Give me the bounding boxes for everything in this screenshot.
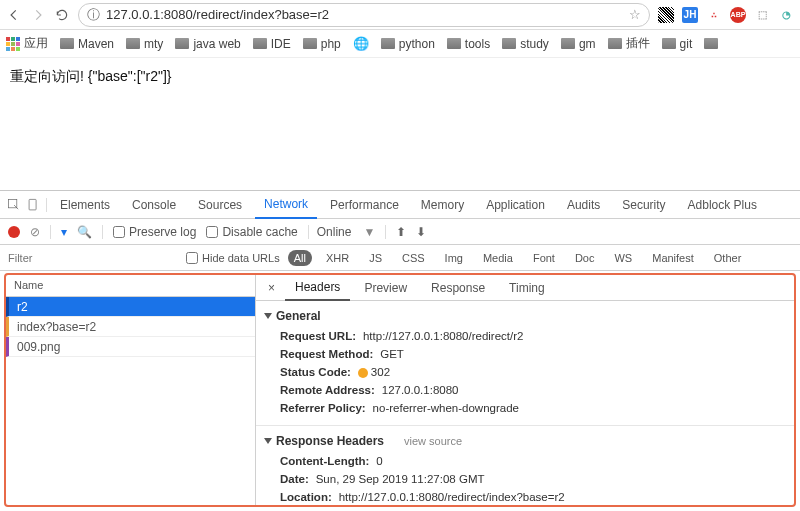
disable-label: Disable cache — [222, 225, 297, 239]
bookmark-folder[interactable]: IDE — [253, 37, 291, 51]
tab-elements[interactable]: Elements — [51, 192, 119, 218]
tab-security[interactable]: Security — [613, 192, 674, 218]
filter-js[interactable]: JS — [363, 250, 388, 266]
view-source-link[interactable]: view source — [404, 435, 462, 447]
tab-memory[interactable]: Memory — [412, 192, 473, 218]
tab-performance[interactable]: Performance — [321, 192, 408, 218]
forward-button[interactable] — [30, 7, 46, 23]
filter-input[interactable] — [8, 252, 118, 264]
divider — [50, 225, 51, 239]
tab-response[interactable]: Response — [421, 276, 495, 300]
request-row[interactable]: r2 — [6, 297, 255, 317]
close-detail-button[interactable]: × — [262, 281, 281, 295]
abp-extension-icon[interactable]: ABP — [730, 7, 746, 23]
tab-network[interactable]: Network — [255, 191, 317, 219]
bookmark-folder[interactable] — [704, 38, 718, 49]
bookmark-label: gm — [579, 37, 596, 51]
apps-icon — [6, 37, 20, 51]
request-detail: × Headers Preview Response Timing Genera… — [256, 275, 794, 505]
filter-manifest[interactable]: Manifest — [646, 250, 700, 266]
bookmark-folder[interactable]: 插件 — [608, 35, 650, 52]
general-section: General Request URL: http://127.0.0.1:80… — [256, 301, 794, 426]
throttle-label: Online — [317, 225, 352, 239]
bookmark-folder[interactable]: gm — [561, 37, 596, 51]
bookmark-label: php — [321, 37, 341, 51]
filter-xhr[interactable]: XHR — [320, 250, 355, 266]
star-icon[interactable]: ☆ — [629, 7, 641, 22]
tab-audits[interactable]: Audits — [558, 192, 609, 218]
section-title: General — [276, 309, 321, 323]
folder-icon — [662, 38, 676, 49]
status-dot-icon — [358, 368, 368, 378]
request-name: index?base=r2 — [17, 320, 96, 334]
filter-img[interactable]: Img — [439, 250, 469, 266]
bookmark-folder[interactable]: tools — [447, 37, 490, 51]
throttle-select[interactable]: Online▼ — [308, 225, 376, 239]
url-input[interactable] — [106, 7, 623, 22]
qr-extension-icon[interactable] — [658, 7, 674, 23]
bookmark-label: Maven — [78, 37, 114, 51]
bookmark-folder[interactable]: study — [502, 37, 549, 51]
preserve-label: Preserve log — [129, 225, 196, 239]
back-button[interactable] — [6, 7, 22, 23]
download-har-icon[interactable]: ⬇ — [416, 225, 426, 239]
content-length: Content-Length: 0 — [264, 452, 786, 470]
bookmark-folder[interactable]: mty — [126, 37, 163, 51]
bookmark-folder[interactable]: python — [381, 37, 435, 51]
request-row[interactable]: index?base=r2 — [6, 317, 255, 337]
tab-application[interactable]: Application — [477, 192, 554, 218]
disable-cache-checkbox[interactable]: Disable cache — [206, 225, 297, 239]
folder-icon — [253, 38, 267, 49]
filter-all[interactable]: All — [288, 250, 312, 266]
request-method: Request Method: GET — [264, 345, 786, 363]
name-column-header[interactable]: Name — [6, 275, 255, 297]
bookmark-folder[interactable]: java web — [175, 37, 240, 51]
bookmark-label: IDE — [271, 37, 291, 51]
bookmark-folder[interactable]: Maven — [60, 37, 114, 51]
inspect-icon[interactable] — [6, 197, 22, 213]
filter-other[interactable]: Other — [708, 250, 748, 266]
clear-button[interactable]: ⊘ — [30, 225, 40, 239]
devtools-panel: Elements Console Sources Network Perform… — [0, 190, 800, 511]
tab-headers[interactable]: Headers — [285, 275, 350, 301]
address-bar[interactable]: ⓘ ☆ — [78, 3, 650, 27]
triangle-icon — [264, 438, 272, 444]
request-row[interactable]: 009.png — [6, 337, 255, 357]
filter-ws[interactable]: WS — [608, 250, 638, 266]
detail-tabs: × Headers Preview Response Timing — [256, 275, 794, 301]
bookmark-link[interactable]: 🌐 — [353, 36, 369, 51]
tab-console[interactable]: Console — [123, 192, 185, 218]
preserve-log-checkbox[interactable]: Preserve log — [113, 225, 196, 239]
request-name: 009.png — [17, 340, 60, 354]
jh-extension-icon[interactable]: JH — [682, 7, 698, 23]
extension-icon[interactable]: ⬚ — [754, 7, 770, 23]
response-headers-toggle[interactable]: Response Headersview source — [264, 430, 786, 452]
filter-media[interactable]: Media — [477, 250, 519, 266]
extension-icon[interactable]: ◔ — [778, 7, 794, 23]
general-toggle[interactable]: General — [264, 305, 786, 327]
filter-doc[interactable]: Doc — [569, 250, 601, 266]
reload-button[interactable] — [54, 7, 70, 23]
tab-preview[interactable]: Preview — [354, 276, 417, 300]
device-icon[interactable] — [26, 197, 42, 213]
tab-timing[interactable]: Timing — [499, 276, 555, 300]
globe-icon: 🌐 — [353, 36, 369, 51]
filter-css[interactable]: CSS — [396, 250, 431, 266]
site-info-icon[interactable]: ⓘ — [87, 6, 100, 24]
record-button[interactable] — [8, 226, 20, 238]
svg-rect-1 — [29, 199, 36, 210]
hide-label: Hide data URLs — [202, 252, 280, 264]
tab-adblock[interactable]: Adblock Plus — [679, 192, 766, 218]
folder-icon — [381, 38, 395, 49]
hide-data-urls-checkbox[interactable]: Hide data URLs — [186, 252, 280, 264]
apps-button[interactable]: 应用 — [6, 35, 48, 52]
extension-icon[interactable]: ⛬ — [706, 7, 722, 23]
bookmark-folder[interactable]: git — [662, 37, 693, 51]
bookmark-folder[interactable]: php — [303, 37, 341, 51]
bookmark-label: java web — [193, 37, 240, 51]
search-icon[interactable]: 🔍 — [77, 225, 92, 239]
filter-font[interactable]: Font — [527, 250, 561, 266]
tab-sources[interactable]: Sources — [189, 192, 251, 218]
upload-har-icon[interactable]: ⬆ — [396, 225, 406, 239]
filter-toggle-icon[interactable]: ▾ — [61, 225, 67, 239]
